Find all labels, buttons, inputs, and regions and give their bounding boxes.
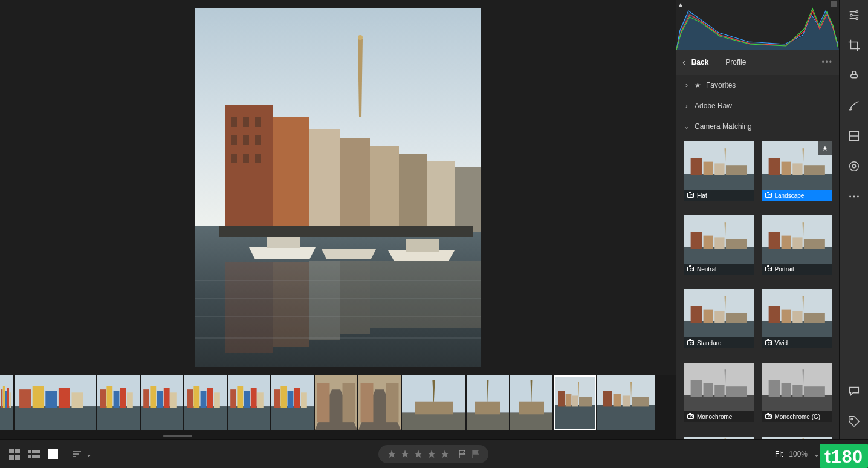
profile-tile-portrait[interactable]: Portrait [762, 215, 832, 275]
grid-view-button[interactable] [7, 447, 22, 461]
camera-icon [765, 267, 772, 271]
flag-reject-icon[interactable] [471, 449, 480, 459]
svg-rect-18 [231, 154, 237, 163]
compare-view-button[interactable] [27, 447, 41, 461]
svg-rect-63 [214, 392, 220, 408]
svg-rect-48 [120, 388, 126, 408]
star-rating[interactable]: ★★★★★ [387, 447, 453, 461]
svg-point-191 [857, 196, 858, 198]
svg-rect-95 [510, 413, 552, 430]
profile-caption: Vivid [762, 337, 832, 348]
histogram[interactable]: ▲ [676, 0, 839, 50]
svg-point-190 [853, 196, 855, 198]
profile-tile-partial[interactable] [762, 437, 832, 439]
filmstrip-thumb[interactable] [358, 375, 401, 430]
back-button[interactable]: Back [691, 58, 709, 67]
filmstrip-thumb[interactable] [510, 375, 552, 430]
flag-pick-icon[interactable] [458, 449, 467, 459]
linear-gradient-icon[interactable] [847, 129, 861, 143]
svg-rect-152 [792, 311, 802, 323]
sort-button[interactable]: ⌄ [71, 450, 92, 458]
svg-rect-110 [623, 395, 630, 406]
profile-tile-standard[interactable]: Standard [684, 289, 754, 348]
camera-icon [687, 414, 694, 419]
zoom-control[interactable]: Fit 100% ⌄ [775, 450, 820, 458]
svg-rect-47 [114, 391, 120, 408]
profile-name: Landscape [775, 192, 805, 199]
fit-label[interactable]: Fit [775, 450, 783, 458]
edit-sliders-icon[interactable] [847, 8, 861, 22]
filmstrip-thumb[interactable] [554, 375, 596, 430]
filmstrip-thumb[interactable] [184, 375, 227, 430]
chevron-right-icon: › [684, 81, 690, 89]
svg-rect-69 [251, 388, 257, 408]
svg-rect-67 [237, 386, 243, 408]
svg-rect-158 [704, 383, 713, 397]
brush-icon[interactable] [847, 99, 861, 112]
camera-icon [687, 267, 694, 271]
svg-rect-25 [273, 262, 309, 347]
healing-brush-icon[interactable] [847, 69, 861, 82]
section-favorites[interactable]: › ★ Favorites [676, 75, 839, 96]
profile-tile-flat[interactable]: Flat [684, 141, 754, 201]
section-camera-matching[interactable]: ⌄ Camera Matching [676, 116, 839, 137]
profile-tile-landscape[interactable]: ★Landscape [762, 141, 832, 201]
comments-icon[interactable] [847, 385, 861, 398]
zoom-percent[interactable]: 100% [789, 450, 808, 458]
svg-rect-137 [781, 236, 791, 249]
svg-rect-99 [554, 405, 596, 430]
svg-point-183 [850, 14, 852, 16]
svg-rect-66 [230, 389, 236, 408]
svg-point-192 [850, 418, 852, 420]
svg-rect-17 [255, 135, 261, 145]
profile-tile-vivid[interactable]: Vivid [762, 289, 832, 348]
chevron-down-icon: ⌄ [684, 122, 690, 131]
image-stage[interactable] [0, 0, 676, 375]
profile-tile-monochrome[interactable]: Monochrome [684, 363, 754, 422]
filmstrip-thumb[interactable] [402, 375, 465, 430]
profile-tile-monochrome-g-[interactable]: Monochrome (G) [762, 363, 832, 422]
svg-rect-132 [726, 239, 747, 249]
profile-tile-partial[interactable] [684, 437, 754, 439]
filmstrip-thumb[interactable] [315, 375, 357, 430]
profile-name: Standard [697, 340, 722, 346]
filmstrip-thumb[interactable] [597, 375, 655, 430]
filmstrip-thumb[interactable] [15, 375, 96, 430]
chevron-right-icon: › [684, 102, 690, 110]
profile-tile-neutral[interactable]: Neutral [684, 215, 754, 275]
tag-icon[interactable] [847, 415, 861, 428]
radial-gradient-icon[interactable] [847, 160, 861, 173]
filmstrip-scrollbar[interactable] [0, 433, 676, 439]
more-tools-icon[interactable] [847, 190, 861, 203]
filmstrip-thumb[interactable] [141, 375, 183, 430]
rating-pill: ★★★★★ [378, 445, 488, 463]
filmstrip-thumb[interactable] [97, 375, 140, 430]
histogram-collapse-icon[interactable]: ▲ [678, 1, 684, 8]
svg-rect-104 [579, 397, 592, 406]
detail-view-button[interactable] [46, 447, 60, 461]
svg-rect-153 [803, 313, 824, 323]
filmstrip-thumb[interactable] [0, 375, 13, 430]
histogram-options-icon[interactable] [831, 1, 837, 7]
camera-icon [765, 193, 772, 198]
profile-name: Flat [697, 192, 707, 199]
panel-more-icon[interactable]: ••• [821, 58, 833, 67]
svg-rect-194 [15, 449, 20, 453]
svg-rect-115 [691, 158, 702, 175]
filmstrip-thumb[interactable] [228, 375, 270, 430]
svg-rect-44 [97, 406, 140, 430]
crop-icon[interactable] [847, 39, 861, 52]
svg-rect-10 [427, 161, 455, 232]
section-adobe-raw[interactable]: › Adobe Raw [676, 96, 839, 116]
svg-rect-21 [219, 226, 473, 237]
profile-caption: Standard [684, 337, 754, 348]
camera-icon [765, 340, 772, 345]
svg-rect-30 [0, 406, 13, 430]
back-chevron-icon[interactable]: ‹ [682, 57, 685, 67]
filmstrip-thumb[interactable] [271, 375, 314, 430]
filmstrip-thumb[interactable] [467, 375, 509, 430]
svg-rect-98 [554, 375, 596, 405]
favorite-star-icon[interactable]: ★ [818, 141, 832, 155]
svg-rect-22 [267, 237, 300, 248]
svg-rect-151 [781, 310, 791, 323]
